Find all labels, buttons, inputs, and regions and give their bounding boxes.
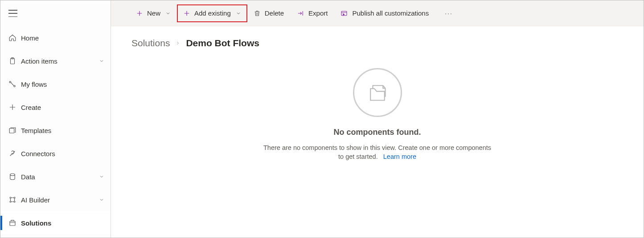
plus-icon — [183, 10, 190, 17]
sidebar-item-connectors[interactable]: Connectors — [0, 142, 111, 165]
sidebar-item-data[interactable]: Data — [0, 165, 111, 188]
add-existing-button-label: Add existing — [194, 9, 231, 17]
toolbar: New Add existing Delete — [111, 0, 644, 26]
more-actions-button[interactable]: ··· — [441, 10, 456, 17]
chevron-right-icon — [175, 40, 180, 46]
sidebar-item-label: Connectors — [21, 150, 104, 157]
templates-icon — [8, 126, 21, 134]
new-button-label: New — [147, 9, 160, 17]
svg-point-8 — [10, 201, 11, 202]
home-icon — [8, 34, 21, 42]
sidebar-item-home[interactable]: Home — [0, 26, 111, 49]
flow-icon — [8, 80, 21, 88]
plus-icon — [8, 103, 21, 111]
sidebar-item-ai-builder[interactable]: AI Builder — [0, 188, 111, 211]
sidebar-item-label: Action items — [21, 57, 99, 65]
connectors-icon — [8, 149, 21, 157]
publish-icon — [340, 10, 348, 17]
empty-state: No components found. There are no compon… — [111, 68, 644, 161]
export-icon — [296, 10, 304, 17]
plus-icon — [136, 10, 143, 17]
publish-button[interactable]: Publish all customizations — [334, 4, 435, 22]
sidebar-item-my-flows[interactable]: My flows — [0, 73, 111, 96]
clipboard-icon — [8, 57, 21, 65]
data-icon — [8, 173, 21, 181]
learn-more-link[interactable]: Learn more — [383, 153, 416, 160]
hamburger-menu-icon[interactable] — [8, 10, 17, 17]
sidebar-nav: Home Action items My flows — [0, 26, 111, 234]
chevron-down-icon — [236, 11, 241, 16]
sidebar-item-solutions[interactable]: Solutions — [0, 211, 111, 234]
trash-icon — [254, 10, 261, 17]
new-button[interactable]: New — [130, 4, 177, 22]
svg-point-5 — [10, 173, 15, 176]
sidebar-item-label: My flows — [21, 81, 104, 88]
svg-point-9 — [14, 201, 15, 202]
chevron-down-icon — [99, 58, 104, 64]
sidebar-item-create[interactable]: Create — [0, 96, 111, 119]
export-button[interactable]: Export — [290, 4, 334, 22]
svg-point-7 — [14, 197, 15, 198]
chevron-down-icon — [165, 11, 171, 16]
svg-rect-10 — [10, 221, 15, 226]
breadcrumb-root[interactable]: Solutions — [131, 38, 170, 48]
delete-button-label: Delete — [265, 9, 284, 17]
sidebar-item-label: AI Builder — [21, 196, 99, 204]
chevron-down-icon — [99, 197, 104, 202]
sidebar-item-action-items[interactable]: Action items — [0, 49, 111, 73]
add-existing-button[interactable]: Add existing — [177, 4, 247, 22]
empty-state-description: There are no components to show in this … — [262, 143, 493, 161]
sidebar-item-label: Create — [21, 104, 104, 111]
export-button-label: Export — [308, 9, 328, 17]
chevron-down-icon — [99, 174, 104, 179]
ai-builder-icon — [8, 196, 21, 204]
empty-state-title: No components found. — [334, 128, 421, 137]
svg-point-3 — [14, 85, 15, 87]
publish-button-label: Publish all customizations — [352, 9, 429, 17]
empty-state-icon — [353, 68, 402, 117]
solutions-icon — [8, 219, 21, 227]
svg-rect-4 — [9, 129, 14, 133]
main-content: New Add existing Delete — [111, 0, 644, 238]
sidebar-item-label: Templates — [21, 127, 104, 134]
sidebar-item-label: Data — [21, 173, 99, 181]
svg-point-6 — [10, 197, 11, 198]
breadcrumb-current: Demo Bot Flows — [186, 38, 259, 48]
sidebar: Home Action items My flows — [0, 0, 111, 238]
sidebar-item-label: Home — [21, 34, 104, 42]
breadcrumb: Solutions Demo Bot Flows — [111, 26, 644, 48]
delete-button[interactable]: Delete — [247, 4, 290, 22]
sidebar-item-templates[interactable]: Templates — [0, 119, 111, 142]
sidebar-item-label: Solutions — [21, 219, 104, 227]
